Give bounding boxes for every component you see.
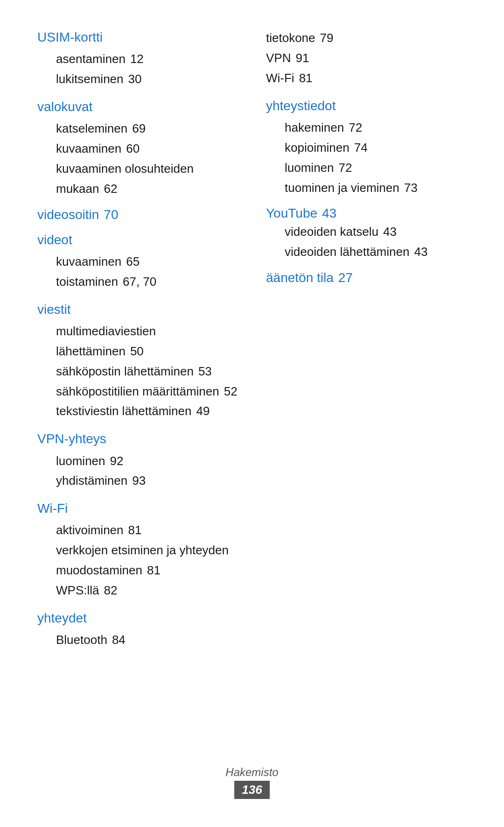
entry-asentaminen: asentaminen12 xyxy=(37,49,238,69)
entry-multimediaviestien: multimediaviestien lähettäminen50 xyxy=(37,321,238,361)
heading-viestit: viestit xyxy=(37,300,71,318)
entry-luominen-92: luominen92 xyxy=(37,451,238,471)
footer: Hakemisto 136 xyxy=(0,766,504,799)
entry-kuvaaminen-olosuhteiden: kuvaaminen olosuhteiden mukaan62 xyxy=(37,159,238,199)
section-aaneton-tila: äänetön tila27 xyxy=(266,270,467,285)
section-youtube: YouTube43 videoiden katselu43 videoiden … xyxy=(266,206,467,262)
heading-valokuvat: valokuvat xyxy=(37,98,92,116)
left-column: USIM-kortti asentaminen12 lukitseminen30… xyxy=(37,28,257,658)
page-content: USIM-kortti asentaminen12 lukitseminen30… xyxy=(37,28,467,658)
entry-verkkojen-etsiminen: verkkojen etsiminen ja yhteyden muodosta… xyxy=(37,540,238,580)
heading-yhteydet: yhteydet xyxy=(37,609,87,627)
entry-sahkopostitilien: sähköpostitilien määrittäminen52 xyxy=(37,382,238,402)
entry-katseleminen: katseleminen69 xyxy=(37,119,238,139)
heading-youtube-number: 43 xyxy=(322,206,336,221)
section-wi-fi: Wi-Fi aktivoiminen81 verkkojen etsiminen… xyxy=(37,499,238,601)
section-viestit: viestit multimediaviestien lähettäminen5… xyxy=(37,300,238,422)
heading-videot: videot xyxy=(37,231,72,249)
entry-luominen-72: luominen72 xyxy=(266,158,467,178)
entry-lukitseminen: lukitseminen30 xyxy=(37,69,238,89)
section-yhteystiedot: yhteystiedot hakeminen72 kopioiminen74 l… xyxy=(266,97,467,198)
entry-sahkopostin-lahettaminen: sähköpostin lähettäminen53 xyxy=(37,361,238,382)
heading-usim-kortti: USIM-kortti xyxy=(37,28,103,46)
entry-aktivoiminen: aktivoiminen81 xyxy=(37,520,238,540)
section-valokuvat: valokuvat katseleminen69 kuvaaminen60 ku… xyxy=(37,98,238,199)
entry-kuvaaminen-60: kuvaaminen60 xyxy=(37,139,238,159)
section-vpn-yhteys: VPN-yhteys luominen92 yhdistäminen93 xyxy=(37,430,238,491)
section-usim-kortti: USIM-kortti asentaminen12 lukitseminen30 xyxy=(37,28,238,89)
entry-wi-fi-81: Wi-Fi81 xyxy=(266,68,467,88)
entry-tuominen-ja-vieminen: tuominen ja vieminen73 xyxy=(266,178,467,198)
section-videosoitin: videosoitin70 xyxy=(37,207,238,222)
section-right-group-1: tietokone79 VPN91 Wi-Fi81 xyxy=(266,28,467,88)
right-column: tietokone79 VPN91 Wi-Fi81 yhteystiedot h… xyxy=(257,28,467,658)
section-videot: videot kuvaaminen65 toistaminen67, 70 xyxy=(37,231,238,292)
heading-wi-fi: Wi-Fi xyxy=(37,499,68,517)
entry-videoiden-katselu: videoiden katselu43 xyxy=(266,222,467,242)
footer-page-number: 136 xyxy=(234,781,269,799)
entry-kopioiminen: kopioiminen74 xyxy=(266,138,467,158)
heading-aaneton-tila: äänetön tila xyxy=(266,270,334,285)
entry-yhdistaminen: yhdistäminen93 xyxy=(37,471,238,491)
heading-aaneton-tila-number: 27 xyxy=(338,270,353,285)
heading-videosoitin-number: 70 xyxy=(104,207,118,222)
section-yhteydet: yhteydet Bluetooth84 xyxy=(37,609,238,650)
footer-label: Hakemisto xyxy=(0,766,504,779)
heading-youtube: YouTube xyxy=(266,206,317,221)
heading-videosoitin: videosoitin xyxy=(37,207,99,222)
entry-tietokone: tietokone79 xyxy=(266,28,467,48)
entry-vpn: VPN91 xyxy=(266,48,467,68)
heading-yhteystiedot: yhteystiedot xyxy=(266,97,336,115)
entry-kuvaaminen-65: kuvaaminen65 xyxy=(37,252,238,272)
entry-hakeminen: hakeminen72 xyxy=(266,118,467,138)
heading-vpn-yhteys: VPN-yhteys xyxy=(37,430,106,448)
entry-videoiden-lahettaminen: videoiden lähettäminen43 xyxy=(266,242,467,262)
entry-bluetooth: Bluetooth84 xyxy=(37,630,238,650)
entry-toistaminen: toistaminen67, 70 xyxy=(37,272,238,292)
entry-tekstiviestin: tekstiviestin lähettäminen49 xyxy=(37,401,238,421)
entry-wps: WPS:llä82 xyxy=(37,580,238,601)
